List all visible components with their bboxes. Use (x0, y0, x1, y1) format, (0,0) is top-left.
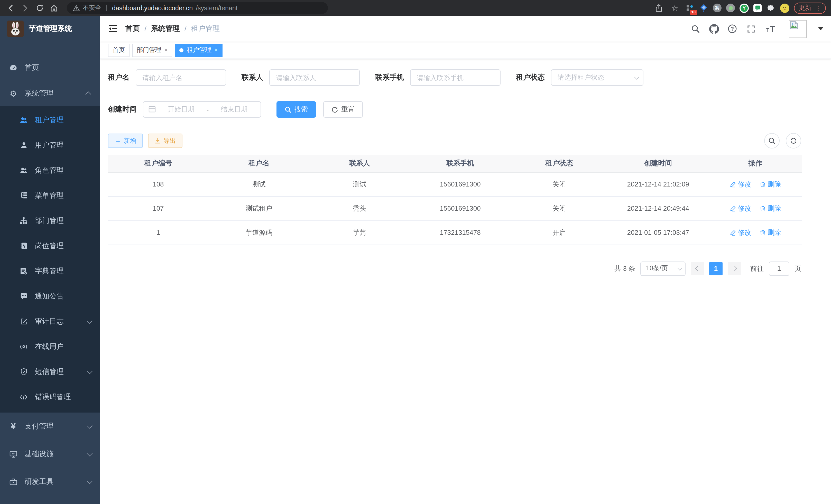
edit-link[interactable]: 修改 (730, 204, 751, 213)
avatar-dropdown-caret[interactable] (818, 27, 823, 30)
sidebar-item-system[interactable]: ⚙ 系统管理 (0, 81, 100, 106)
reload-icon[interactable] (34, 2, 45, 13)
chevron-down-icon (87, 451, 93, 456)
export-button[interactable]: 导出 (148, 134, 182, 148)
page-number-current[interactable]: 1 (709, 262, 722, 275)
cell-tenant-name: 测试 (209, 172, 309, 196)
profile-avatar-icon[interactable] (780, 3, 790, 12)
delete-label: 删除 (768, 204, 781, 213)
status-label: 租户状态 (516, 73, 551, 82)
close-icon[interactable]: × (165, 47, 168, 53)
tab-dept[interactable]: 部门管理 × (132, 43, 172, 57)
svg-text:T: T (770, 24, 775, 33)
edit-label: 修改 (738, 228, 751, 237)
security-warning-label[interactable]: 不安全 (83, 4, 101, 12)
dashboard-icon (9, 64, 18, 72)
chat-extension-icon[interactable] (753, 4, 762, 12)
breadcrumb-home[interactable]: 首页 (125, 24, 140, 33)
sidebar-item-online-user[interactable]: 在线用户 (0, 334, 100, 359)
sidebar-item-tenant[interactable]: 租户管理 (0, 108, 100, 132)
app-title: 芋道管理系统 (29, 24, 72, 33)
add-button[interactable]: ＋ 新增 (108, 134, 143, 148)
help-icon[interactable]: ? (727, 24, 738, 34)
delete-link[interactable]: 删除 (760, 204, 781, 213)
monitor-icon (9, 450, 18, 458)
sidebar-item-pay[interactable]: ¥ 支付管理 (0, 413, 100, 440)
sidebar-item-dev-tools[interactable]: 研发工具 (0, 468, 100, 496)
create-time-label: 创建时间 (108, 105, 143, 114)
reset-button[interactable]: 重置 (323, 101, 363, 118)
y-extension-icon[interactable]: Y (740, 3, 749, 12)
breadcrumb-separator: / (144, 25, 146, 33)
back-icon[interactable] (5, 2, 17, 13)
font-size-icon[interactable]: TT (764, 24, 778, 34)
system-submenu: 租户管理 用户管理 角色管理 (0, 106, 100, 413)
sidebar-item-error-code[interactable]: 错误码管理 (0, 384, 100, 410)
plus-icon: ＋ (115, 138, 121, 144)
security-warning-icon[interactable] (73, 5, 80, 11)
delete-link[interactable]: 删除 (760, 180, 781, 189)
avatar-broken-image[interactable] (789, 20, 807, 38)
page-suffix-label: 页 (795, 264, 801, 273)
sidebar-item-role[interactable]: 角色管理 (0, 158, 100, 183)
home-icon[interactable] (48, 2, 60, 13)
goto-page-input[interactable] (769, 261, 790, 276)
sidebar-item-menu[interactable]: 菜单管理 (0, 183, 100, 208)
search-icon[interactable] (690, 24, 700, 34)
github-icon[interactable] (709, 24, 719, 34)
status-select[interactable]: 请选择租户状态 (551, 69, 643, 86)
bookmark-star-icon[interactable]: ☆ (669, 2, 681, 13)
cell-created: 2021-12-14 21:02:09 (608, 172, 709, 196)
sidebar-item-audit-log[interactable]: 审计日志 (0, 309, 100, 334)
table-row[interactable]: 107 测试租户 秃头 15601691300 关闭 2021-12-14 20… (108, 196, 802, 220)
search-button[interactable]: 搜索 (277, 101, 316, 118)
sidebar-item-dict[interactable]: 字典管理 (0, 259, 100, 284)
sidebar-item-dept[interactable]: 部门管理 (0, 208, 100, 233)
reset-button-label: 重置 (341, 105, 354, 114)
share-icon[interactable] (653, 2, 664, 13)
contact-label: 联系人 (241, 73, 269, 82)
sidebar-item-label: 系统管理 (25, 89, 53, 98)
tab-home[interactable]: 首页 (108, 43, 130, 57)
extension-grid-icon[interactable]: 10 (685, 3, 694, 12)
breadcrumb-system[interactable]: 系统管理 (151, 24, 180, 33)
forward-icon[interactable] (20, 2, 31, 13)
sidebar-item-home[interactable]: 首页 (0, 55, 100, 81)
cell-contact: 秃头 (309, 196, 410, 220)
toggle-search-button[interactable] (764, 133, 780, 148)
table-row[interactable]: 108 测试 测试 15601691300 关闭 2021-12-14 21:0… (108, 172, 802, 196)
mobile-input[interactable] (410, 69, 500, 86)
edit-link[interactable]: 修改 (730, 228, 751, 237)
page-size-select[interactable]: 10条/页 (640, 261, 686, 276)
sidebar-item-user[interactable]: 用户管理 (0, 132, 100, 158)
create-time-range-picker[interactable]: 开始日期 - 结束日期 (143, 101, 261, 118)
tenant-name-input[interactable] (136, 69, 226, 86)
sidebar-collapse-icon[interactable] (108, 24, 118, 34)
chrome-menu-icon[interactable]: ⋮ (815, 4, 821, 11)
address-bar[interactable]: 不安全 dashboard.yudao.iocoder.cn/system/te… (67, 2, 328, 14)
recorder-extension-icon[interactable] (726, 4, 735, 12)
kite-extension-icon[interactable] (699, 3, 708, 12)
prev-page-button[interactable] (691, 262, 704, 275)
toolbox-icon (9, 478, 18, 486)
edit-link[interactable]: 修改 (730, 180, 751, 189)
sidebar-item-post[interactable]: 岗位管理 (0, 233, 100, 259)
chevron-down-icon (87, 478, 93, 484)
tab-tenant[interactable]: 租户管理 × (175, 43, 223, 57)
url-host: dashboard.yudao.iocoder.cn (112, 4, 193, 11)
sidebar-item-sms[interactable]: 短信管理 (0, 359, 100, 384)
command-extension-icon[interactable]: ⌘ (713, 4, 721, 12)
close-icon[interactable]: × (214, 47, 218, 53)
sidebar-logo[interactable]: 芋道管理系统 (0, 16, 100, 41)
sidebar-item-infra[interactable]: 基础设施 (0, 440, 100, 468)
contact-input[interactable] (269, 69, 360, 86)
refresh-button[interactable] (786, 133, 801, 148)
yen-icon: ¥ (9, 422, 18, 431)
sidebar-item-notice[interactable]: 通知公告 (0, 284, 100, 309)
chrome-update-button[interactable]: 更新 ⋮ (794, 2, 826, 13)
next-page-button[interactable] (728, 262, 741, 275)
delete-link[interactable]: 删除 (760, 228, 781, 237)
fullscreen-icon[interactable] (746, 24, 756, 34)
extensions-puzzle-icon[interactable] (766, 3, 775, 12)
table-row[interactable]: 1 芋道源码 芋艿 17321315478 开启 2021-01-05 17:0… (108, 220, 802, 244)
